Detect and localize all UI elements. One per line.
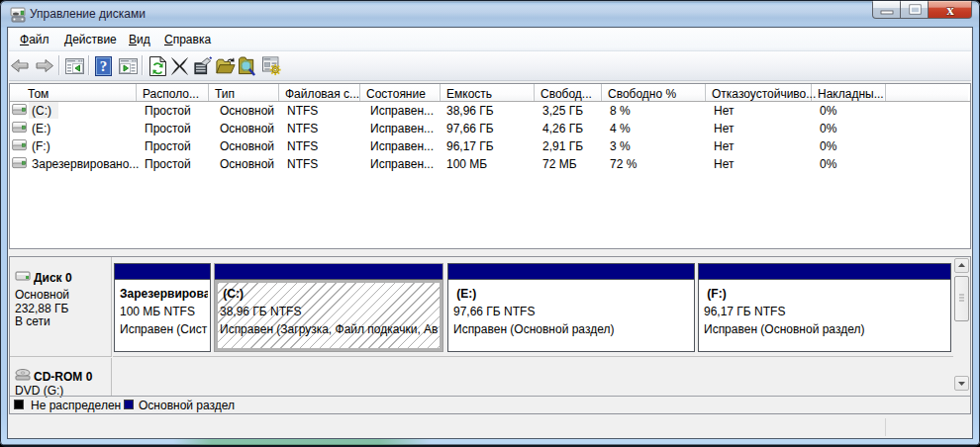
svg-text:x: x — [946, 2, 954, 18]
svg-text:?: ? — [100, 58, 108, 74]
